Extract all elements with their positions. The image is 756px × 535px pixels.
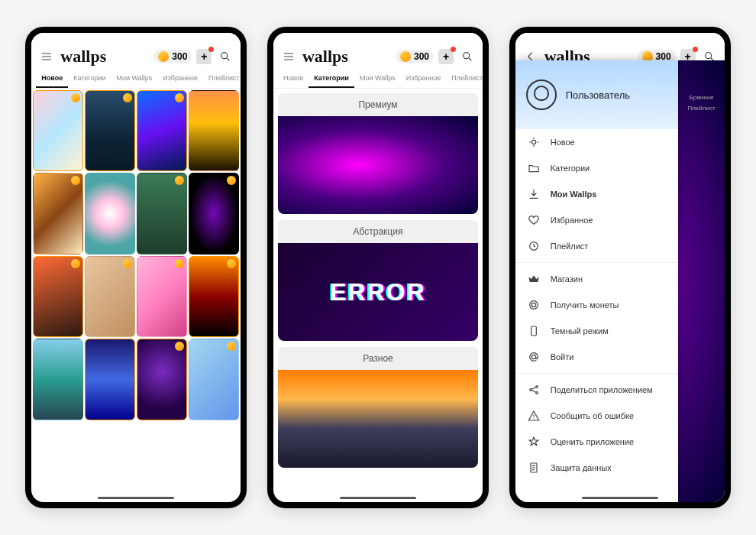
wallpaper-thumb[interactable] <box>85 173 135 254</box>
drawer-item-shop[interactable]: Магазин <box>515 266 679 292</box>
svg-point-9 <box>529 389 531 391</box>
premium-badge <box>227 176 236 185</box>
search-icon[interactable] <box>458 47 477 66</box>
crown-icon <box>528 273 540 285</box>
error-graphic-text: ERROR <box>330 278 426 306</box>
wallpaper-thumb[interactable] <box>85 90 135 171</box>
tab-mywallps[interactable]: Мои Wallps <box>354 70 401 88</box>
svg-rect-7 <box>531 326 536 336</box>
home-indicator <box>340 497 416 499</box>
coin-balance[interactable]: 300 <box>396 50 434 63</box>
drawer-header: Пользователь <box>515 60 679 129</box>
drawer-item-mywallps[interactable]: Мои Wallps <box>515 181 679 207</box>
tab-categories[interactable]: Категории <box>309 70 354 88</box>
category-title: Разное <box>278 347 478 370</box>
drawer-item-getcoins[interactable]: Получить монеты <box>515 292 679 318</box>
tab-new[interactable]: Новое <box>278 70 309 88</box>
wallpaper-thumb[interactable] <box>33 173 83 254</box>
drawer-item-share[interactable]: Поделиться приложением <box>515 377 679 403</box>
wallpaper-thumb[interactable] <box>137 256 187 337</box>
search-icon[interactable] <box>216 47 234 66</box>
alert-icon <box>528 410 540 422</box>
tab-favorites[interactable]: Избранное <box>401 70 447 88</box>
tab-playlist[interactable]: Плейлист <box>446 70 483 88</box>
category-image <box>278 116 478 214</box>
navigation-drawer: Пользователь Новое Категории Мои Wallps … <box>515 60 679 502</box>
drawer-item-categories[interactable]: Категории <box>515 155 679 181</box>
coin-balance[interactable]: 300 <box>153 50 192 63</box>
drawer-item-privacy[interactable]: Защита данных <box>515 455 679 481</box>
tab-favorites[interactable]: Избранное <box>157 70 203 88</box>
wallpaper-thumb[interactable] <box>137 90 187 171</box>
notification-dot <box>208 47 214 52</box>
wallpaper-thumb[interactable] <box>33 256 83 337</box>
wallpaper-thumb[interactable] <box>189 339 239 420</box>
menu-icon[interactable] <box>279 47 298 66</box>
add-button[interactable]: + <box>196 49 212 64</box>
menu-icon[interactable] <box>37 47 56 66</box>
home-indicator <box>98 497 174 499</box>
wallpaper-thumb[interactable] <box>33 339 83 420</box>
category-card-premium[interactable]: Премиум <box>278 90 478 214</box>
document-icon <box>528 462 540 474</box>
tab-mywallps[interactable]: Мои Wallps <box>111 70 157 88</box>
category-card-misc[interactable]: Разное <box>278 344 478 468</box>
coin-count: 300 <box>172 51 187 62</box>
tab-bar: Новое Категории Мои Wallps Избранное Пле… <box>273 70 483 89</box>
user-label: Пользователь <box>566 89 630 101</box>
drawer-item-new[interactable]: Новое <box>515 129 679 155</box>
drawer-item-darkmode[interactable]: Темный режим <box>515 318 679 344</box>
wallpaper-thumb[interactable] <box>85 339 135 420</box>
category-card-abstraction[interactable]: Абстракция ERROR <box>278 217 478 341</box>
category-image: ERROR <box>278 243 478 341</box>
wallpaper-thumb[interactable] <box>85 256 135 337</box>
tab-categories[interactable]: Категории <box>68 70 111 88</box>
status-bar <box>515 33 725 44</box>
drawer-item-favorites[interactable]: Избранное <box>515 207 679 233</box>
drawer-item-playlist[interactable]: Плейлист <box>515 233 679 259</box>
category-title: Премиум <box>278 93 478 116</box>
premium-badge <box>175 176 184 185</box>
sparkle-icon <box>528 136 540 148</box>
svg-point-2 <box>705 53 711 59</box>
divider <box>515 373 679 374</box>
wallpaper-thumb[interactable] <box>189 173 239 254</box>
svg-point-3 <box>531 140 535 144</box>
tab-new[interactable]: Новое <box>36 70 68 88</box>
tab-playlist[interactable]: Плейлист <box>203 70 241 88</box>
phone-frame-3: wallps 300 + Бранное Плейлист Пользовате… <box>509 27 731 508</box>
wallpaper-thumb[interactable] <box>189 90 239 171</box>
wallpaper-thumb[interactable] <box>189 256 239 337</box>
drawer-container: Бранное Плейлист Пользователь Новое Кате… <box>515 60 725 502</box>
svg-point-8 <box>531 355 535 358</box>
svg-point-0 <box>221 53 228 59</box>
premium-badge <box>175 93 184 102</box>
premium-badge <box>71 259 80 268</box>
categories-list: Премиум Абстракция ERROR Разное <box>273 89 483 502</box>
coin-icon <box>400 51 411 62</box>
avatar-icon[interactable] <box>526 79 557 110</box>
phone-icon <box>528 325 540 337</box>
share-icon <box>528 384 540 396</box>
wallpaper-thumb[interactable] <box>33 90 83 171</box>
status-bar <box>273 33 483 44</box>
coin-outline-icon <box>528 299 540 311</box>
premium-badge <box>175 259 184 268</box>
download-icon <box>528 188 540 200</box>
status-bar <box>31 33 241 44</box>
phone-frame-1: wallps 300 + Новое Категории Мои Wallps … <box>25 27 247 508</box>
top-bar: wallps 300 + <box>273 44 483 70</box>
app-logo: wallps <box>302 47 391 66</box>
add-button[interactable]: + <box>438 49 454 64</box>
category-image <box>278 370 478 468</box>
drawer-item-rate[interactable]: Оценить приложение <box>515 429 679 455</box>
drawer-item-login[interactable]: Войти <box>515 344 679 370</box>
top-bar: wallps 300 + <box>31 44 241 70</box>
premium-badge <box>175 342 184 351</box>
drawer-item-report[interactable]: Сообщить об ошибке <box>515 403 679 429</box>
at-icon <box>528 351 540 363</box>
wallpaper-thumb[interactable] <box>137 173 187 254</box>
wallpaper-thumb[interactable] <box>137 339 187 420</box>
coin-count: 300 <box>414 51 429 62</box>
divider <box>515 262 679 263</box>
